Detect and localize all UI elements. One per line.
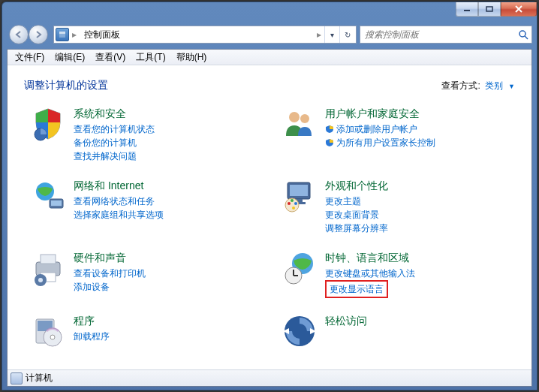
forward-button[interactable] [29, 25, 48, 44]
svg-point-7 [289, 112, 300, 122]
svg-rect-1 [486, 7, 492, 11]
printer-icon[interactable] [30, 250, 66, 286]
disc-box-icon[interactable] [30, 313, 66, 349]
status-text: 计算机 [26, 372, 53, 384]
svg-point-20 [292, 207, 295, 210]
close-icon [514, 5, 523, 13]
monitor-palette-icon[interactable] [282, 178, 318, 214]
category-title[interactable]: 轻松访问 [325, 315, 367, 328]
address-dropdown[interactable]: ▾ [324, 26, 339, 43]
link-backup[interactable]: 备份您的计算机 [74, 136, 155, 149]
category-title[interactable]: 外观和个性化 [325, 179, 388, 193]
ease-access-icon[interactable] [282, 313, 318, 349]
link-homegroup[interactable]: 选择家庭组和共享选项 [74, 208, 164, 222]
category-hardware: 硬件和声音 查看设备和打印机 添加设备 [30, 250, 263, 298]
category-title[interactable]: 系统和安全 [74, 107, 155, 121]
category-clock-language: 时钟、语言和区域 更改键盘或其他输入法 更改显示语言 [282, 250, 515, 298]
link-change-theme[interactable]: 更改主题 [325, 194, 388, 208]
maximize-button[interactable] [478, 2, 501, 17]
menu-edit[interactable]: 编辑(E) [50, 50, 89, 65]
search-box[interactable] [360, 26, 532, 44]
menu-help[interactable]: 帮助(H) [172, 50, 212, 65]
link-devices-printers[interactable]: 查看设备和打印机 [74, 267, 146, 280]
window-controls [456, 2, 537, 17]
svg-point-25 [38, 278, 43, 282]
view-mode-value: 类别 [485, 80, 503, 91]
link-change-background[interactable]: 更改桌面背景 [325, 208, 388, 222]
category-grid: 系统和安全 查看您的计算机状态 备份您的计算机 查找并解决问题 [24, 106, 515, 349]
svg-line-5 [525, 36, 528, 39]
status-bar: 计算机 [8, 369, 531, 386]
svg-point-17 [288, 202, 291, 205]
header-row: 调整计算机的设置 查看方式: 类别 ▼ [24, 79, 515, 92]
window-frame: ▸ 控制面板 ▸ ▾ ↻ 文件(F) 编辑(E) 查看(V) 工具(T) 帮助(… [2, 2, 537, 390]
category-ease-of-access: 轻松访问 [282, 313, 515, 349]
page-title: 调整计算机的设置 [24, 79, 441, 92]
content-area: 文件(F) 编辑(E) 查看(V) 工具(T) 帮助(H) 调整计算机的设置 查… [7, 49, 532, 387]
svg-rect-22 [41, 255, 56, 264]
svg-point-4 [519, 31, 525, 37]
chevron-right-icon: ▸ [314, 29, 324, 40]
link-uninstall[interactable]: 卸载程序 [74, 330, 110, 343]
minimize-button[interactable] [456, 2, 478, 17]
svg-point-18 [291, 199, 294, 202]
link-change-keyboard[interactable]: 更改键盘或其他输入法 [325, 267, 415, 280]
link-change-display-language[interactable]: 更改显示语言 [325, 280, 415, 298]
link-screen-resolution[interactable]: 调整屏幕分辨率 [325, 222, 388, 235]
category-appearance: 外观和个性化 更改主题 更改桌面背景 调整屏幕分辨率 [282, 178, 515, 235]
control-panel-icon [56, 28, 69, 41]
search-icon[interactable] [518, 29, 528, 40]
category-programs: 程序 卸载程序 [30, 313, 263, 349]
minimize-icon [463, 6, 471, 12]
category-title[interactable]: 硬件和声音 [74, 252, 146, 265]
maximize-icon [486, 6, 493, 12]
refresh-button[interactable]: ↻ [339, 26, 354, 43]
category-title[interactable]: 时钟、语言和区域 [325, 252, 415, 265]
highlight-box: 更改显示语言 [325, 280, 388, 298]
svg-rect-11 [51, 201, 62, 206]
category-title[interactable]: 用户帐户和家庭安全 [325, 107, 435, 121]
category-title[interactable]: 网络和 Internet [74, 179, 164, 193]
nav-buttons [7, 24, 50, 45]
navigation-row: ▸ 控制面板 ▸ ▾ ↻ [7, 22, 532, 47]
link-troubleshoot[interactable]: 查找并解决问题 [74, 149, 155, 163]
category-network: 网络和 Internet 查看网络状态和任务 选择家庭组和共享选项 [30, 178, 263, 235]
menu-view[interactable]: 查看(V) [91, 50, 130, 65]
globe-network-icon[interactable] [30, 178, 66, 214]
link-view-status[interactable]: 查看您的计算机状态 [74, 122, 155, 136]
link-parental-controls[interactable]: 为所有用户设置家长控制 [325, 136, 435, 149]
menu-tools[interactable]: 工具(T) [131, 50, 170, 65]
svg-rect-0 [464, 10, 470, 11]
main-panel: 调整计算机的设置 查看方式: 类别 ▼ [8, 65, 531, 369]
uac-shield-icon [325, 138, 334, 147]
category-system-security: 系统和安全 查看您的计算机状态 备份您的计算机 查找并解决问题 [30, 106, 263, 163]
svg-rect-13 [290, 185, 308, 196]
title-bar [2, 2, 537, 20]
svg-point-8 [300, 114, 309, 123]
category-user-accounts: 用户帐户和家庭安全 添加或删除用户帐户 为所有用户设置家长控制 [282, 106, 515, 163]
users-icon[interactable] [282, 106, 318, 142]
search-input[interactable] [363, 29, 518, 41]
svg-point-19 [294, 202, 297, 205]
svg-point-34 [50, 335, 55, 339]
chevron-down-icon: ▼ [508, 83, 515, 90]
uac-shield-icon [325, 125, 334, 134]
clock-globe-icon[interactable] [282, 250, 318, 286]
arrow-left-icon [14, 30, 23, 39]
back-button[interactable] [9, 25, 29, 44]
chevron-right-icon: ▸ [69, 29, 80, 40]
view-label: 查看方式: [441, 80, 480, 92]
link-add-remove-user[interactable]: 添加或删除用户帐户 [325, 122, 435, 136]
link-add-device[interactable]: 添加设备 [74, 280, 146, 294]
arrow-right-icon [34, 30, 43, 39]
svg-rect-3 [59, 32, 65, 34]
computer-icon [11, 372, 23, 384]
shield-icon[interactable] [30, 106, 66, 142]
address-text: 控制面板 [80, 29, 314, 41]
close-button[interactable] [501, 2, 537, 17]
view-mode-dropdown[interactable]: 类别 ▼ [485, 80, 515, 92]
address-bar[interactable]: ▸ 控制面板 ▸ ▾ ↻ [53, 26, 357, 44]
category-title[interactable]: 程序 [74, 315, 110, 328]
menu-file[interactable]: 文件(F) [11, 50, 49, 65]
link-network-status[interactable]: 查看网络状态和任务 [74, 194, 164, 208]
